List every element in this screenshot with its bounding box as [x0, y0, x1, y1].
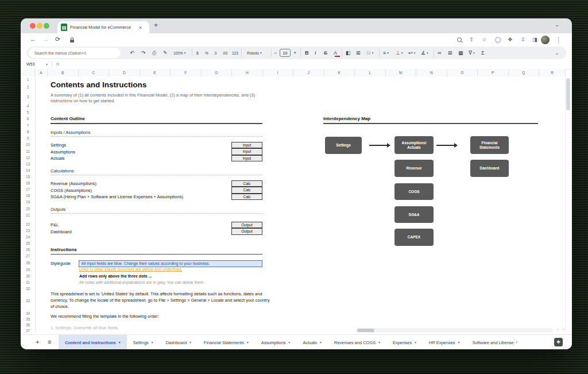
- font-size-input[interactable]: 10: [280, 49, 291, 57]
- scroll-right-icon[interactable]: ›: [563, 327, 564, 331]
- paint-format-icon[interactable]: ✎: [163, 47, 168, 59]
- horizontal-scrollbar[interactable]: [356, 328, 553, 333]
- sheet-tab-software-and-license[interactable]: Software and License: [466, 335, 513, 349]
- close-window-button[interactable]: [30, 23, 36, 29]
- row-header-8[interactable]: 8: [21, 130, 35, 134]
- row-header-17[interactable]: 17: [21, 187, 35, 191]
- column-header-K[interactable]: K: [324, 69, 355, 76]
- add-sheet-button[interactable]: +: [36, 338, 39, 345]
- extensions-puzzle-icon[interactable]: ❖: [508, 36, 513, 43]
- sheet-tab-revenues-and-cogs[interactable]: Revenues and COGS▾: [328, 335, 386, 349]
- column-header-H[interactable]: H: [232, 69, 263, 76]
- percent-format-icon[interactable]: %: [205, 47, 208, 59]
- text-color-icon[interactable]: A: [334, 47, 337, 59]
- horizontal-align-icon[interactable]: ≡▾: [383, 47, 389, 59]
- column-header-P[interactable]: P: [478, 69, 509, 76]
- styleguide-yellow-link[interactable]: Links to other sheets (sources) are yell…: [79, 267, 182, 271]
- spreadsheet-grid[interactable]: 1234567891011121314151617181920212223242…: [21, 76, 566, 332]
- merge-cells-icon[interactable]: ⊟▾: [366, 47, 373, 59]
- fill-color-icon[interactable]: ◧: [346, 47, 351, 59]
- all-sheets-menu-button[interactable]: ≡: [48, 338, 51, 345]
- text-wrap-icon[interactable]: ↩▾: [408, 47, 415, 59]
- zoom-select[interactable]: 100%▾: [173, 47, 185, 59]
- column-header-A[interactable]: A: [35, 69, 48, 76]
- zoom-window-button[interactable]: [44, 23, 49, 29]
- new-tab-button[interactable]: +: [154, 21, 158, 29]
- bold-icon[interactable]: B: [305, 47, 309, 59]
- row-header-35[interactable]: 35: [21, 317, 35, 321]
- scroll-left-icon[interactable]: ‹: [557, 327, 558, 331]
- forward-icon[interactable]: →: [42, 36, 49, 43]
- sheet-tab-assumptions[interactable]: Assumptions▾: [255, 335, 297, 349]
- extension-icon[interactable]: ◯: [495, 36, 501, 43]
- row-header-28[interactable]: 28: [21, 261, 35, 265]
- input-tag-button[interactable]: Input: [231, 148, 262, 155]
- row-header-3[interactable]: 3: [21, 95, 35, 99]
- row-header-23[interactable]: 23: [21, 229, 35, 233]
- browser-menu-icon[interactable]: ⋮: [555, 36, 562, 44]
- currency-format-icon[interactable]: $: [196, 47, 199, 59]
- row-header-29[interactable]: 29: [21, 268, 35, 272]
- row-header-26[interactable]: 26: [21, 248, 35, 252]
- column-header-R[interactable]: R: [539, 69, 566, 76]
- zoom-search-icon[interactable]: [457, 37, 462, 42]
- undo-icon[interactable]: ↶: [130, 47, 134, 59]
- row-header-34[interactable]: 34: [21, 311, 35, 315]
- output-tag-button[interactable]: Output: [231, 222, 262, 229]
- browser-tab[interactable]: Financial Model for eCommerce ×: [57, 21, 149, 33]
- insert-chart-icon[interactable]: ▦: [458, 47, 463, 59]
- column-header-G[interactable]: G: [202, 69, 233, 76]
- row-header-22[interactable]: 22: [21, 222, 35, 226]
- increase-font-size-icon[interactable]: +: [293, 47, 296, 59]
- side-panel-icon[interactable]: ◨: [532, 36, 537, 43]
- row-header-36[interactable]: 36: [21, 323, 35, 327]
- row-header-19[interactable]: 19: [21, 200, 35, 204]
- italic-icon[interactable]: I: [315, 47, 316, 59]
- row-header-25[interactable]: 25: [21, 241, 35, 245]
- redo-icon[interactable]: ↷: [141, 47, 146, 59]
- column-header-D[interactable]: D: [109, 69, 140, 76]
- tab-scroll-left-icon[interactable]: ‹: [502, 339, 504, 345]
- row-header-24[interactable]: 24: [21, 235, 35, 239]
- sheet-tab-dashboard[interactable]: Dashboard▾: [159, 335, 197, 349]
- font-select[interactable]: Roboto▾: [247, 47, 262, 59]
- back-icon[interactable]: ←: [30, 36, 36, 43]
- explore-button[interactable]: ✚: [554, 338, 563, 346]
- sheet-tab-expenses[interactable]: Expenses▾: [386, 335, 423, 349]
- sheet-tab-actuals[interactable]: Actuals▾: [296, 335, 327, 349]
- column-header-J[interactable]: J: [293, 69, 324, 76]
- output-tag-button[interactable]: Output: [231, 228, 262, 235]
- download-icon[interactable]: ⇩: [521, 36, 525, 43]
- row-header-9[interactable]: 9: [21, 136, 35, 140]
- insert-link-icon[interactable]: ∞: [438, 47, 441, 59]
- row-header-12[interactable]: 12: [21, 156, 35, 160]
- row-header-7[interactable]: 7: [21, 124, 35, 128]
- input-tag-button[interactable]: Input: [231, 142, 262, 149]
- row-header-20[interactable]: 20: [21, 207, 35, 211]
- row-header-30[interactable]: 30: [21, 274, 35, 278]
- name-box-dropdown-icon[interactable]: ▾: [46, 63, 48, 66]
- calc-tag-button[interactable]: Calc: [231, 180, 262, 187]
- functions-sigma-icon[interactable]: Σ: [481, 47, 485, 59]
- row-header-18[interactable]: 18: [21, 194, 35, 198]
- column-header-C[interactable]: C: [79, 69, 110, 76]
- column-header-F[interactable]: F: [171, 69, 202, 76]
- row-header-2[interactable]: 2: [21, 85, 35, 89]
- row-header-6[interactable]: 6: [21, 117, 35, 121]
- column-header-M[interactable]: M: [386, 69, 417, 76]
- column-header-O[interactable]: O: [447, 69, 478, 76]
- row-header-33[interactable]: 33: [21, 299, 35, 303]
- row-header-13[interactable]: 13: [21, 162, 35, 166]
- decrease-font-size-icon[interactable]: −: [274, 47, 277, 59]
- vertical-align-icon[interactable]: ⊥▾: [396, 47, 403, 59]
- calc-tag-button[interactable]: Calc: [231, 187, 262, 194]
- tab-search-chevron-icon[interactable]: ⌄: [555, 22, 559, 28]
- insert-comment-icon[interactable]: ⊞: [448, 47, 452, 59]
- reload-icon[interactable]: ⟳: [55, 36, 60, 43]
- row-header-4[interactable]: 4: [21, 104, 35, 108]
- row-header-15[interactable]: 15: [21, 175, 35, 179]
- row-header-16[interactable]: 16: [21, 181, 35, 185]
- sheet-tab-settings[interactable]: Settings▾: [127, 335, 160, 349]
- row-header-27[interactable]: 27: [21, 254, 35, 258]
- input-tag-button[interactable]: Input: [231, 155, 262, 162]
